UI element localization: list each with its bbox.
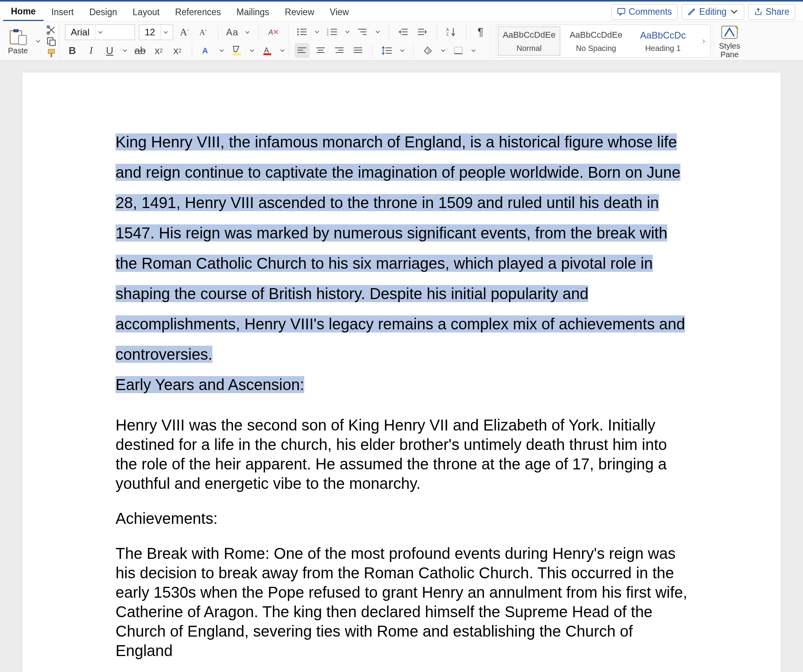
borders-dropdown[interactable] [470,48,477,53]
tab-mailings[interactable]: Mailings [229,3,277,21]
tab-design[interactable]: Design [81,3,125,21]
page: King Henry VIII, the infamous monarch of… [22,72,781,672]
font-color-dropdown[interactable] [279,48,286,53]
tab-references[interactable]: References [167,3,229,21]
tab-insert[interactable]: Insert [44,3,82,21]
multilevel-list[interactable] [355,24,370,39]
svg-rect-53 [454,47,462,54]
tab-review[interactable]: Review [277,3,322,21]
copy-icon[interactable] [46,37,57,46]
subscript-button[interactable]: x2 [151,43,166,58]
editing-button[interactable]: Editing [682,4,744,20]
style-heading-1[interactable]: AaBbCcDc Heading 1 [632,26,694,56]
strikethrough-button[interactable]: ab [133,43,147,58]
paragraph[interactable]: Achievements: [116,509,687,528]
italic-button[interactable]: I [84,43,98,58]
multilevel-dropdown[interactable] [374,29,382,35]
bold-button[interactable]: B [65,43,80,58]
text-effects-dropdown[interactable] [218,48,226,53]
svg-rect-33 [418,29,424,30]
decrease-font-size[interactable]: Aˇ [196,25,210,40]
format-painter-icon[interactable] [46,49,57,58]
increase-font-size[interactable]: Aˆ [177,25,192,40]
selected-text: Early Years and Ascension: [116,376,304,393]
tab-layout[interactable]: Layout [125,3,167,21]
font-size-select[interactable]: 12 [139,24,173,40]
svg-rect-34 [418,32,424,32]
chevron-down-icon [163,30,168,35]
share-label: Share [766,7,789,17]
svg-rect-47 [354,47,362,48]
cut-icon[interactable] [46,25,57,35]
svg-rect-41 [316,47,325,48]
highlight-button[interactable] [230,43,244,58]
svg-rect-51 [386,50,392,51]
show-marks[interactable]: ¶ [473,24,488,39]
styles-pane-label: Styles Pane [719,42,740,59]
font-size-value: 12 [139,27,161,38]
change-case-dropdown[interactable] [244,30,251,35]
underline-button[interactable]: U [102,43,117,58]
increase-indent[interactable] [415,24,430,39]
svg-rect-54 [454,53,462,54]
text-effects[interactable]: A [199,43,214,58]
svg-rect-3 [19,35,26,45]
align-center[interactable] [313,43,328,58]
paragraph[interactable]: King Henry VIII, the infamous monarch of… [116,127,687,369]
bullets-dropdown[interactable] [313,29,321,35]
svg-rect-20 [300,34,307,35]
svg-text:A: A [268,28,273,36]
align-right[interactable] [332,43,347,58]
svg-point-17 [297,31,299,33]
styles-more[interactable]: › [699,26,709,56]
styles-pane-button[interactable]: Styles Pane [717,24,744,59]
bullets-button[interactable] [295,24,309,39]
font-color-button[interactable]: A [260,43,275,58]
svg-rect-28 [360,32,366,32]
underline-dropdown[interactable] [121,48,129,53]
numbering-button[interactable]: 123 [325,24,340,39]
tab-home[interactable]: Home [3,2,44,21]
highlight-dropdown[interactable] [248,48,256,53]
svg-rect-7 [50,40,55,46]
shading-button[interactable] [421,43,435,58]
svg-rect-52 [386,53,392,54]
svg-text:Z: Z [446,32,449,37]
paragraph[interactable]: Early Years and Ascension: [116,369,687,400]
comments-label: Comments [629,7,672,17]
svg-rect-8 [48,49,54,53]
line-spacing[interactable] [380,43,394,58]
svg-rect-42 [318,50,323,51]
svg-rect-29 [363,34,366,35]
align-left[interactable] [295,43,309,58]
svg-rect-39 [298,50,303,51]
font-name-select[interactable]: Arial [65,24,135,40]
paragraph[interactable]: The Break with Rome: One of the most pro… [116,544,687,660]
borders-button[interactable] [451,43,466,58]
tab-view[interactable]: View [322,3,357,21]
superscript-button[interactable]: x2 [170,43,185,58]
comments-button[interactable]: Comments [611,4,678,20]
decrease-indent[interactable] [396,24,411,39]
clear-formatting[interactable]: A [266,25,281,40]
font-name-value: Arial [65,27,95,38]
line-spacing-dropdown[interactable] [398,48,406,53]
paste-dropdown[interactable] [34,38,42,44]
share-button[interactable]: Share [748,4,795,20]
style-no-spacing[interactable]: AaBbCcDdEe No Spacing [565,26,627,56]
justify[interactable] [351,43,365,58]
change-case[interactable]: Aa [225,25,240,40]
svg-rect-22 [331,29,337,30]
shading-dropdown[interactable] [439,48,447,53]
svg-text:A: A [202,46,208,55]
svg-point-15 [297,28,299,30]
numbering-dropdown[interactable] [344,29,351,35]
style-normal[interactable]: AaBbCcDdEe Normal [498,26,560,56]
sort-button[interactable]: AZ [444,24,459,39]
group-paragraph: 123 AZ ¶ [292,24,491,59]
svg-rect-12 [233,53,241,55]
paragraph[interactable]: Henry VIII was the second son of King He… [116,415,687,493]
paste-button[interactable]: Paste [5,27,30,56]
group-font: Arial 12 Aˆ Aˇ Aa A B I U a [63,24,289,59]
document-area[interactable]: King Henry VIII, the infamous monarch of… [0,61,803,672]
